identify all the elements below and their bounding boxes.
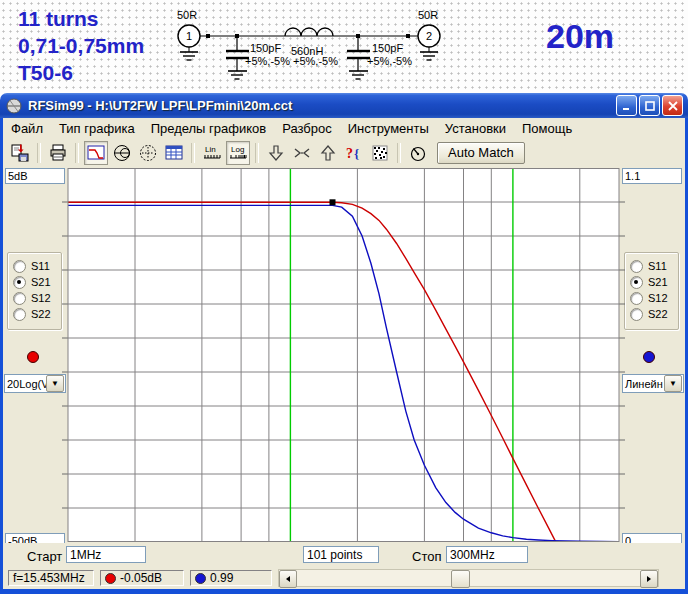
scroll-left-button[interactable] [279, 570, 297, 588]
blue-readout-value: 0.99 [210, 571, 233, 585]
graph-rect-icon [87, 144, 105, 162]
node [406, 34, 410, 38]
start-frequency-input[interactable] [66, 546, 146, 563]
menu-bar: Файл Тип графика Пределы графиков Разбро… [3, 118, 685, 138]
lin-scale-icon: Lin [202, 144, 222, 162]
arrow-up-icon [319, 144, 337, 162]
menu-graph-type[interactable]: Тип графика [51, 119, 143, 138]
tune-icon [409, 144, 427, 162]
left-radio-s12[interactable]: S12 [13, 290, 61, 306]
radio-label: S11 [31, 260, 50, 272]
capacitor1-value: 150pF [250, 42, 281, 54]
marker-scrollbar[interactable] [278, 569, 659, 587]
auto-match-button[interactable]: Auto Match [437, 142, 525, 164]
window-title: RFSim99 - H:\UT2FW LPF\LPFmini\20m.cct [28, 98, 292, 113]
left-radio-s22[interactable]: S22 [13, 306, 61, 322]
right-radio-s11[interactable]: S11 [630, 258, 678, 274]
capacitor1-tolerance: +5%,-5% [245, 55, 290, 67]
span-narrow-icon [293, 144, 311, 162]
linear-scale-button[interactable]: Lin [200, 141, 224, 165]
smith-chart-button[interactable] [110, 141, 134, 165]
arrow-down-icon [267, 144, 285, 162]
left-format-dropdown[interactable]: 20Log(V ▼ [4, 374, 66, 393]
schematic-port2[interactable]: 50R 2 [418, 9, 440, 60]
left-sparam-group: S11 S21 S12 S22 [7, 252, 62, 330]
scale-down-button[interactable] [264, 141, 288, 165]
menu-tools[interactable]: Инструменты [340, 119, 437, 138]
right-format-dropdown[interactable]: Линейн ▼ [622, 374, 684, 393]
close-button[interactable] [662, 95, 683, 116]
scale-up-button[interactable] [316, 141, 340, 165]
right-sparam-group: S11 S21 S12 S22 [624, 252, 679, 330]
right-radio-s21[interactable]: S21 [630, 274, 678, 290]
polar-chart-button[interactable] [136, 141, 160, 165]
scrollbar-thumb[interactable] [451, 570, 470, 588]
maximize-button[interactable] [639, 95, 660, 116]
menu-spread[interactable]: Разброс [274, 119, 340, 138]
chevron-down-icon[interactable]: ▼ [664, 375, 682, 392]
schematic-port1[interactable]: 50R 1 [177, 9, 200, 60]
maximize-icon [645, 101, 655, 111]
sweep-controls: Старт Стоп [3, 543, 685, 568]
toolbar-separator [37, 143, 41, 163]
port1-number: 1 [186, 30, 192, 42]
screen: 11 turns 0,71-0,75mm T50-6 20m 50R 1 [0, 0, 688, 594]
left-radio-s11[interactable]: S11 [13, 258, 61, 274]
marker-frequency-value: f=15.453MHz [13, 571, 85, 585]
polar-chart-icon [139, 144, 157, 162]
radio-icon[interactable] [630, 292, 643, 305]
menu-file[interactable]: Файл [3, 119, 51, 138]
toolbar-separator [397, 143, 401, 163]
radio-icon[interactable] [13, 308, 26, 321]
svg-text:Log: Log [231, 145, 244, 154]
title-bar[interactable]: RFSim99 - H:\UT2FW LPF\LPFmini\20m.cct [0, 93, 688, 118]
right-scale-top-input[interactable] [622, 168, 682, 184]
start-label: Старт [27, 549, 62, 564]
arrow-right-icon [645, 575, 653, 583]
right-radio-s12[interactable]: S12 [630, 290, 678, 306]
frequency-response-plot[interactable] [62, 168, 625, 542]
schematic-capacitor2[interactable]: 150pF +5%,-5% [347, 36, 412, 79]
left-scale-top-input[interactable] [5, 168, 65, 184]
left-radio-s21[interactable]: S21 [13, 274, 61, 290]
radio-icon[interactable] [630, 308, 643, 321]
save-button[interactable] [8, 141, 32, 165]
points-input[interactable] [303, 546, 379, 563]
close-icon [668, 101, 678, 111]
schematic-area: 11 turns 0,71-0,75mm T50-6 20m 50R 1 [0, 0, 688, 93]
red-readout-value: -0.05dB [120, 571, 162, 585]
tune-button[interactable] [406, 141, 430, 165]
schematic-inductor[interactable]: 560nH +5%,-5% [285, 28, 338, 67]
port2-number: 2 [426, 30, 432, 42]
annotation-wire: 0,71-0,75mm [18, 34, 144, 57]
node [206, 34, 210, 38]
optimize-query-icon: ? { [345, 144, 363, 162]
schematic-capacitor1[interactable]: 150pF +5%,-5% [226, 36, 290, 79]
scroll-right-button[interactable] [640, 570, 658, 588]
monte-carlo-button[interactable] [368, 141, 392, 165]
radio-icon[interactable] [630, 276, 643, 289]
radio-icon[interactable] [630, 260, 643, 273]
log-scale-icon: Log [228, 144, 248, 162]
span-narrow-button[interactable] [290, 141, 314, 165]
log-scale-button[interactable]: Log [226, 141, 250, 165]
minimize-button[interactable] [616, 95, 637, 116]
table-view-button[interactable] [162, 141, 186, 165]
smith-chart-icon [113, 144, 131, 162]
blue-trace-readout: 0.99 [190, 570, 272, 586]
radio-label: S11 [648, 260, 667, 272]
radio-icon[interactable] [13, 260, 26, 273]
frequency-marker[interactable] [330, 199, 336, 205]
stop-label: Стоп [412, 549, 441, 564]
menu-settings[interactable]: Установки [437, 119, 514, 138]
rectangular-graph-button[interactable] [84, 141, 108, 165]
right-radio-s22[interactable]: S22 [630, 306, 678, 322]
menu-help[interactable]: Помощь [514, 119, 580, 138]
print-button[interactable] [46, 141, 70, 165]
stop-frequency-input[interactable] [446, 546, 528, 563]
menu-graph-limits[interactable]: Пределы графиков [143, 119, 275, 138]
optimize-button[interactable]: ? { [342, 141, 366, 165]
radio-icon[interactable] [13, 276, 26, 289]
radio-icon[interactable] [13, 292, 26, 305]
red-dot-icon [105, 573, 116, 584]
